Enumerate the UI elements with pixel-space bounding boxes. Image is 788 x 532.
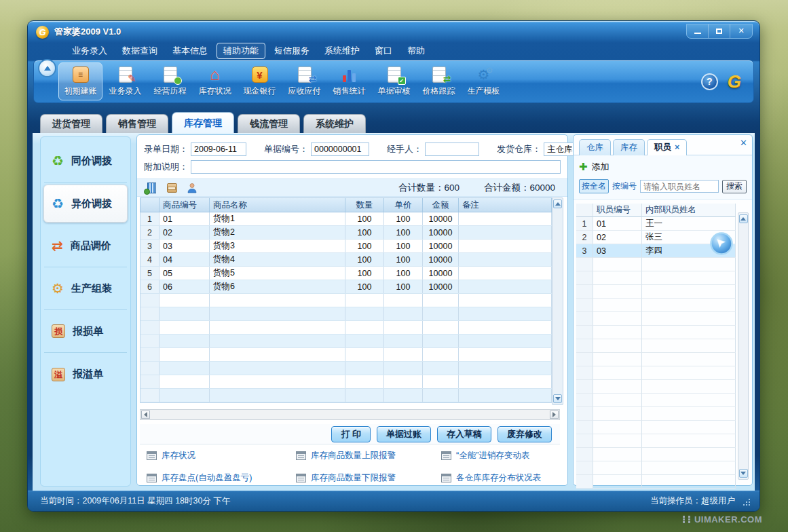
date-label: 录单日期： bbox=[144, 143, 188, 155]
scroll-left-button[interactable] bbox=[141, 411, 150, 419]
toolbar-production-template[interactable]: ⚙⚙ 生产模板 bbox=[462, 62, 506, 100]
close-button[interactable]: ✕ bbox=[730, 24, 752, 38]
menu-item-basic-info[interactable]: 基本信息 bbox=[166, 43, 214, 58]
employee-row-empty bbox=[576, 434, 736, 448]
search-button[interactable]: 搜索 bbox=[722, 180, 747, 193]
toolbar-price-track[interactable]: ⇄ 价格跟踪 bbox=[417, 62, 461, 100]
toolbar-cash-bank[interactable]: ¥ 现金银行 bbox=[238, 62, 282, 100]
voucher-no-label: 单据编号： bbox=[264, 143, 308, 155]
employee-row-empty bbox=[576, 461, 736, 475]
toolbar-stock-status[interactable]: ⌂ 库存状况 bbox=[193, 62, 237, 100]
content-area: ♻ 同价调拨 ♻ 异价调拨 ⇄ 商品调价 ⚙ 生产组装 损 报损单 溢 报溢单 bbox=[33, 133, 755, 491]
toolbar-initial-setup[interactable]: ≡ 初期建账 bbox=[58, 62, 102, 100]
report-table-icon bbox=[147, 451, 157, 460]
tab-maintenance[interactable]: 系统维护 bbox=[303, 114, 366, 133]
table-row-empty bbox=[140, 362, 552, 375]
scroll-right-button[interactable] bbox=[550, 411, 559, 419]
sidebar-item-overflow-report[interactable]: 溢 报溢单 bbox=[44, 353, 127, 396]
vertical-scrollbar[interactable] bbox=[552, 197, 563, 405]
tab-warehouse[interactable]: 仓库 bbox=[579, 139, 611, 155]
table-row-empty bbox=[140, 389, 552, 402]
toolbar-payables[interactable]: ⇄ 应收应付 bbox=[282, 62, 326, 100]
filter-by-name-toggle[interactable]: 按全名 bbox=[579, 179, 609, 193]
toolbar-collapse-button[interactable] bbox=[38, 59, 56, 77]
scroll-up-button[interactable] bbox=[739, 214, 748, 223]
menu-item-sms-service[interactable]: 短信服务 bbox=[268, 43, 316, 58]
maximize-button[interactable] bbox=[709, 24, 730, 38]
horizontal-scrollbar[interactable] bbox=[140, 409, 560, 420]
employee-person-icon[interactable] bbox=[186, 182, 198, 194]
help-button[interactable]: ? bbox=[701, 73, 718, 90]
menu-item-business-entry[interactable]: 业务录入 bbox=[66, 43, 113, 58]
sidebar-item-loss-report[interactable]: 损 报损单 bbox=[44, 310, 127, 353]
save-draft-button[interactable]: 存入草稿 bbox=[437, 426, 491, 442]
minimize-icon bbox=[694, 33, 701, 34]
employee-row-empty bbox=[576, 353, 736, 366]
link-stocktake[interactable]: 库存盘点(自动盘盈盘亏) bbox=[147, 472, 296, 484]
table-row[interactable]: 606货物610010010000 bbox=[140, 280, 552, 294]
items-table-header: 商品编号 商品名称 数量 单价 金额 备注 bbox=[140, 197, 552, 212]
arrow-up-icon bbox=[740, 217, 746, 221]
menu-item-aux-functions[interactable]: 辅助功能 bbox=[217, 43, 265, 59]
employee-row[interactable]: 101王一 bbox=[576, 217, 736, 231]
employee-row-empty bbox=[576, 339, 736, 353]
link-lower-limit-alert[interactable]: 库存商品数量下限报警 bbox=[296, 472, 441, 484]
discard-changes-button[interactable]: 废弃修改 bbox=[498, 426, 552, 442]
current-time-text: 当前时间：2009年06月11日 星期四 18时30分 下午 bbox=[40, 495, 230, 507]
resize-grip[interactable] bbox=[742, 497, 750, 506]
sidebar-item-same-price-transfer[interactable]: ♻ 同价调拨 bbox=[44, 140, 127, 183]
toolbar-audit[interactable]: ✔ 单据审核 bbox=[372, 62, 416, 100]
menu-item-window[interactable]: 窗口 bbox=[369, 43, 398, 58]
menu-item-system-maintenance[interactable]: 系统维护 bbox=[318, 43, 366, 58]
table-row[interactable]: 303货物310010010000 bbox=[140, 240, 552, 253]
add-employee-button[interactable]: 添加 bbox=[592, 161, 609, 173]
menu-item-help[interactable]: 帮助 bbox=[401, 43, 431, 58]
tab-close-icon[interactable]: × bbox=[675, 142, 679, 152]
table-row[interactable]: 101货物110010010000 bbox=[140, 212, 552, 226]
scroll-up-button[interactable] bbox=[553, 200, 562, 208]
link-upper-limit-alert[interactable]: 库存商品数量上限报警 bbox=[296, 450, 441, 461]
toolbar-history[interactable]: 经营历程 bbox=[148, 62, 192, 100]
table-row[interactable]: 404货物410010010000 bbox=[140, 253, 552, 267]
toolbar-sales-stats[interactable]: 销售统计 bbox=[327, 62, 371, 100]
scroll-down-button[interactable] bbox=[553, 394, 562, 403]
reference-tabs: 仓库 库存 职员× bbox=[574, 135, 752, 155]
sidebar-item-assembly[interactable]: ⚙ 生产组装 bbox=[44, 267, 127, 310]
goods-crate-icon[interactable] bbox=[166, 182, 178, 194]
employee-search-input[interactable] bbox=[640, 180, 719, 193]
scroll-down-button[interactable] bbox=[739, 469, 748, 478]
table-row-empty bbox=[140, 294, 552, 307]
link-stock-status[interactable]: 库存状况 bbox=[147, 450, 296, 461]
maximize-icon bbox=[716, 28, 722, 34]
sidebar-item-diff-price-transfer[interactable]: ♻ 异价调拨 bbox=[43, 185, 128, 223]
post-voucher-button[interactable]: 单据过账 bbox=[377, 426, 431, 442]
print-button[interactable]: 打 印 bbox=[331, 426, 371, 442]
voucher-no-input[interactable] bbox=[311, 142, 369, 156]
tab-inventory[interactable]: 库存管理 bbox=[172, 112, 234, 133]
panel-close-button[interactable]: ✕ bbox=[740, 138, 747, 148]
toolbar-business-entry[interactable]: ✎ 业务录入 bbox=[103, 62, 147, 100]
table-row[interactable]: 505货物510010010000 bbox=[140, 267, 552, 280]
note-label: 附加说明： bbox=[144, 161, 188, 173]
minimize-button[interactable] bbox=[687, 24, 709, 38]
tab-cashflow[interactable]: 钱流管理 bbox=[238, 114, 300, 133]
menu-item-data-query[interactable]: 数据查询 bbox=[116, 43, 164, 58]
date-input[interactable] bbox=[191, 142, 246, 156]
handler-input[interactable] bbox=[425, 142, 479, 156]
warehouse-building-icon[interactable] bbox=[145, 182, 157, 194]
employee-filter-row: 按全名 按编号 搜索 bbox=[574, 174, 752, 200]
table-row[interactable]: 202货物210010010000 bbox=[140, 226, 552, 240]
link-omni-flow-report[interactable]: “全能”进销存变动表 bbox=[441, 450, 559, 461]
tab-employee[interactable]: 职员× bbox=[647, 139, 687, 155]
employee-row-empty bbox=[576, 475, 736, 489]
window-title: 管家婆2009 V1.0 bbox=[54, 26, 121, 38]
note-input[interactable] bbox=[191, 160, 561, 174]
tab-stock[interactable]: 库存 bbox=[613, 139, 645, 155]
tab-purchase[interactable]: 进货管理 bbox=[40, 114, 102, 133]
title-bar: G 管家婆2009 V1.0 ✕ bbox=[28, 21, 759, 41]
employee-scrollbar[interactable] bbox=[738, 212, 749, 480]
sidebar-item-price-adjust[interactable]: ⇄ 商品调价 bbox=[44, 225, 127, 267]
tab-sales[interactable]: 销售管理 bbox=[106, 114, 168, 133]
link-warehouse-distribution[interactable]: 各仓库库存分布状况表 bbox=[441, 472, 559, 484]
filter-by-code-toggle[interactable]: 按编号 bbox=[612, 180, 637, 192]
